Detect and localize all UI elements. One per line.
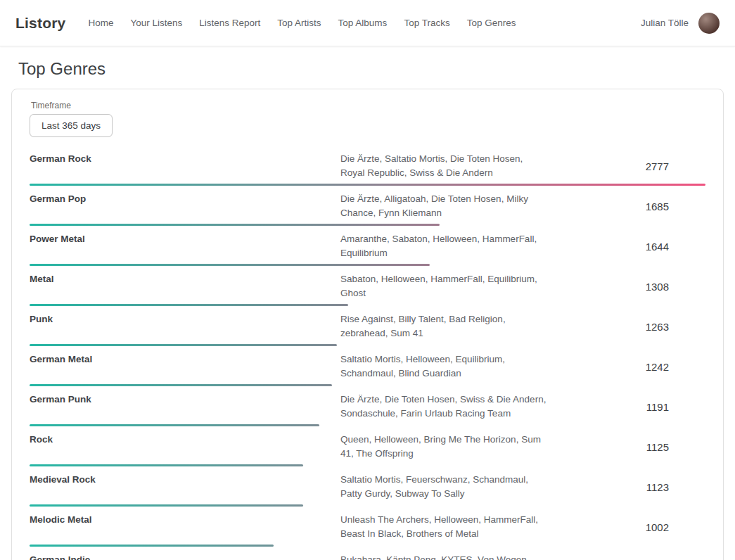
genre-top-artists: Die Ärzte, Alligatoah, Die Toten Hosen, …: [340, 192, 548, 220]
genre-top-artists: Sabaton, Helloween, HammerFall, Equilibr…: [340, 272, 548, 300]
genres-table: German Rock Die Ärzte, Saltatio Mortis, …: [30, 146, 705, 560]
timeframe-select[interactable]: Last 365 days: [30, 114, 113, 137]
genre-name: Metal: [30, 272, 340, 284]
genre-name: Power Metal: [30, 232, 340, 244]
genre-row-content: Rock Queen, Helloween, Bring Me The Hori…: [30, 433, 705, 461]
user-avatar[interactable]: [698, 13, 720, 34]
nav-item-your-listens[interactable]: Your Listens: [130, 18, 182, 28]
genre-listen-count: 1125: [548, 441, 705, 453]
genre-listen-count: 1002: [548, 521, 705, 533]
genre-row: German Pop Die Ärzte, Alligatoah, Die To…: [30, 186, 705, 226]
nav-item-top-albums[interactable]: Top Albums: [338, 18, 388, 28]
main-nav: Home Your Listens Listens Report Top Art…: [88, 18, 532, 28]
genre-top-artists: Die Ärzte, Saltatio Mortis, Die Toten Ho…: [340, 152, 548, 180]
genre-listen-count: 1242: [548, 361, 705, 373]
genre-top-artists: Rise Against, Billy Talent, Bad Religion…: [340, 312, 548, 341]
genre-row: German Metal Saltatio Mortis, Helloween,…: [30, 346, 705, 386]
genre-name: German Metal: [30, 352, 340, 364]
user-name[interactable]: Julian Tölle: [641, 18, 689, 28]
genre-row-content: German Pop Die Ärzte, Alligatoah, Die To…: [30, 192, 705, 220]
genre-name: German Punk: [30, 393, 340, 405]
genre-name: German Indie: [30, 553, 340, 560]
genre-row: Medieval Rock Saltatio Mortis, Feuerschw…: [30, 466, 705, 507]
genre-name: Punk: [30, 312, 340, 324]
genre-row-content: Punk Rise Against, Billy Talent, Bad Rel…: [30, 312, 705, 341]
timeframe-filter: Timeframe Last 365 days: [30, 101, 705, 137]
genre-row: German Rock Die Ärzte, Saltatio Mortis, …: [30, 146, 705, 186]
genre-top-artists: Queen, Helloween, Bring Me The Horizon, …: [340, 433, 548, 461]
genre-listen-count: 1685: [548, 201, 705, 212]
nav-item-top-genres[interactable]: Top Genres: [467, 18, 516, 28]
page-title: Top Genres: [18, 59, 717, 79]
genre-row: Rock Queen, Helloween, Bring Me The Hori…: [30, 426, 705, 466]
genre-listen-count: 1644: [548, 241, 705, 253]
genre-row: Melodic Metal Unleash The Archers, Hello…: [30, 507, 705, 547]
genre-listen-count: 1263: [548, 321, 705, 333]
top-nav-bar: Listory Home Your Listens Listens Report…: [0, 0, 735, 46]
genre-top-artists: Saltatio Mortis, Feuerschwanz, Schandmau…: [340, 473, 548, 501]
genre-name: German Rock: [30, 152, 340, 164]
genre-name: German Pop: [30, 192, 340, 204]
page-content: Top Genres Timeframe Last 365 days Germa…: [0, 59, 735, 560]
genre-top-artists: Unleash The Archers, Helloween, HammerFa…: [340, 513, 548, 541]
genre-top-artists: Saltatio Mortis, Helloween, Equilibrium,…: [340, 352, 548, 381]
genre-row: Metal Sabaton, Helloween, HammerFall, Eq…: [30, 266, 705, 306]
nav-item-home[interactable]: Home: [88, 18, 113, 28]
genre-name: Rock: [30, 433, 340, 445]
genre-row-content: Power Metal Amaranthe, Sabaton, Hellowee…: [30, 232, 705, 260]
nav-item-top-artists[interactable]: Top Artists: [277, 18, 321, 28]
timeframe-label: Timeframe: [31, 101, 705, 110]
app-logo[interactable]: Listory: [15, 15, 65, 32]
genre-name: Medieval Rock: [30, 473, 340, 485]
genre-row: Power Metal Amaranthe, Sabaton, Hellowee…: [30, 226, 705, 266]
genre-row-content: German Punk Die Ärzte, Die Toten Hosen, …: [30, 393, 705, 421]
genre-row-content: German Metal Saltatio Mortis, Helloween,…: [30, 352, 705, 381]
genre-listen-count: 1308: [548, 281, 705, 293]
genre-listen-count: 1191: [548, 401, 705, 413]
genre-row: German Punk Die Ärzte, Die Toten Hosen, …: [30, 386, 705, 426]
genre-top-artists: Bukahara, Käptn Peng, KYTES, Von Wegen L…: [340, 553, 548, 560]
genre-listen-count: 2777: [548, 160, 705, 172]
genre-row-content: Melodic Metal Unleash The Archers, Hello…: [30, 513, 705, 541]
genre-name: Melodic Metal: [30, 513, 340, 525]
genre-top-artists: Amaranthe, Sabaton, Helloween, HammerFal…: [340, 232, 548, 260]
genre-top-artists: Die Ärzte, Die Toten Hosen, Swiss & Die …: [340, 393, 548, 421]
nav-item-listens-report[interactable]: Listens Report: [199, 18, 260, 28]
genre-row-content: Metal Sabaton, Helloween, HammerFall, Eq…: [30, 272, 705, 300]
top-genres-card: Timeframe Last 365 days German Rock Die …: [11, 89, 724, 560]
genre-row: Punk Rise Against, Billy Talent, Bad Rel…: [30, 306, 705, 346]
nav-item-top-tracks[interactable]: Top Tracks: [404, 18, 449, 28]
genre-row: German Indie Bukahara, Käptn Peng, KYTES…: [30, 547, 705, 560]
genre-row-content: German Rock Die Ärzte, Saltatio Mortis, …: [30, 152, 705, 180]
genre-listen-count: 1123: [548, 481, 705, 493]
genre-row-content: Medieval Rock Saltatio Mortis, Feuerschw…: [30, 473, 705, 501]
genre-row-content: German Indie Bukahara, Käptn Peng, KYTES…: [30, 553, 705, 560]
